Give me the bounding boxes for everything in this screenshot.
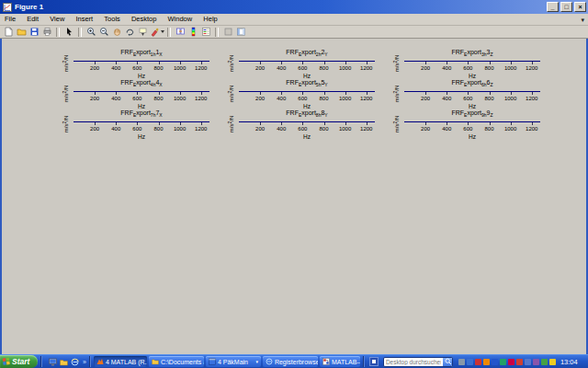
tick-mark	[532, 62, 533, 64]
tick-label: 800	[319, 65, 328, 71]
quick-launch-bar: »	[49, 358, 86, 366]
windows-flag-icon	[3, 358, 11, 366]
tray-icon[interactable]	[492, 359, 498, 365]
tick-label: 800	[153, 65, 163, 71]
task-button-simulink[interactable]: MATLAB--Simulin...	[320, 356, 360, 367]
quick-launch-internet-explorer-icon[interactable]	[71, 358, 79, 366]
tick-label: 1200	[526, 96, 537, 101]
new-figure-button[interactable]	[2, 27, 15, 38]
tick-mark	[260, 62, 261, 64]
task-button-matlab-group[interactable]: 4 MATLAB (R... ▾	[94, 356, 147, 367]
taskbar: Start » 4 MATLAB (R... ▾ C:\Documents a.…	[0, 354, 588, 368]
taskbar-separator	[363, 356, 365, 367]
subplot-title: FRFExport9h9Z	[404, 109, 540, 118]
maximize-button[interactable]: □	[560, 2, 572, 12]
tick-label: 1000	[339, 65, 351, 71]
taskbar-clock[interactable]: 13:04	[560, 358, 578, 366]
tick-mark	[345, 122, 346, 125]
tick-mark	[425, 62, 426, 64]
tick-label: 400	[111, 96, 120, 101]
edit-plot-button[interactable]	[62, 27, 75, 38]
zoom-in-button[interactable]	[85, 27, 97, 38]
quick-launch-desktop-icon[interactable]	[49, 358, 57, 366]
link-plots-icon	[175, 27, 186, 37]
tray-icon[interactable]	[500, 359, 506, 365]
tick-label: 1000	[174, 65, 186, 71]
tray-icon[interactable]	[516, 359, 523, 365]
tick-mark	[95, 92, 96, 95]
tray-icon[interactable]	[541, 359, 548, 365]
tick-mark	[532, 92, 533, 95]
tray-icon[interactable]	[483, 359, 490, 365]
quick-launch-folder-icon[interactable]	[60, 358, 68, 366]
rotate-3d-icon	[125, 27, 135, 37]
quick-launch-overflow-chevron[interactable]: »	[83, 359, 86, 365]
brush-dropdown-arrow-icon[interactable]	[161, 30, 164, 33]
rotate-3d-button[interactable]	[123, 27, 136, 38]
y-axis-label: m/s2/N	[227, 106, 234, 143]
subplot-2[interactable]: FRFExport2h2Ym/s2/N20040060080010001200H…	[222, 49, 388, 79]
window-titlebar[interactable]: Figure 1 _ □ ×	[0, 0, 588, 14]
subplot-7[interactable]: FRFExport7h7Xm/s2/N20040060080010001200H…	[57, 109, 222, 140]
tick-mark	[137, 92, 138, 95]
subplot-1[interactable]: FRFExport1h1Xm/s2/N20040060080010001200H…	[57, 49, 222, 79]
tick-mark	[180, 92, 181, 95]
dock-figure-arrow-icon[interactable]: ▾	[581, 15, 584, 26]
show-plot-tools-button[interactable]	[234, 27, 247, 38]
tick-mark	[367, 62, 368, 64]
start-button[interactable]: Start	[0, 355, 38, 368]
menu-file[interactable]: File	[0, 14, 20, 25]
tick-label: 600	[132, 126, 141, 132]
insert-colorbar-button[interactable]	[187, 27, 199, 38]
menu-help[interactable]: Help	[198, 14, 221, 25]
tray-icon[interactable]	[549, 359, 556, 365]
menu-window[interactable]: Window	[164, 14, 198, 25]
subplot-5[interactable]: FRFExport5h5Ym/s2/N20040060080010001200H…	[222, 79, 388, 109]
insert-legend-button[interactable]	[199, 27, 212, 38]
hide-plot-tools-button[interactable]	[221, 27, 234, 38]
data-cursor-button[interactable]	[136, 27, 149, 38]
task-button-registerbrowser[interactable]: Registerbrowsen...	[263, 356, 318, 367]
save-figure-button[interactable]	[28, 27, 40, 38]
menu-insert[interactable]: Insert	[71, 14, 97, 25]
hand-pan-icon	[112, 27, 122, 37]
menu-tools[interactable]: Tools	[99, 14, 125, 25]
task-button-pakmain-group[interactable]: 4 PäkMain ▾	[206, 356, 261, 367]
tick-label: 800	[484, 96, 493, 101]
tick-label: 1000	[174, 96, 186, 101]
pan-button[interactable]	[110, 27, 123, 38]
subplot-6[interactable]: FRFExport6h6Zm/s2/N20040060080010001200H…	[388, 79, 553, 109]
menu-view[interactable]: View	[45, 14, 69, 25]
subplot-8[interactable]: FRFExport8h8Ym/s2/N20040060080010001200H…	[222, 109, 388, 140]
link-plots-button[interactable]	[174, 27, 187, 38]
menu-edit[interactable]: Edit	[22, 14, 43, 25]
subplot-4[interactable]: FRFExport4h4Xm/s2/N20040060080010001200H…	[57, 79, 222, 109]
minimize-button[interactable]: _	[547, 2, 559, 12]
tray-icon[interactable]	[508, 359, 514, 365]
menu-desktop[interactable]: Desktop	[127, 14, 162, 25]
subplot-3[interactable]: FRFExport3h3Zm/s2/N20040060080010001200H…	[388, 49, 553, 79]
open-file-button[interactable]	[15, 27, 28, 38]
tick-label: 200	[255, 65, 265, 71]
tick-label: 200	[90, 126, 99, 132]
subplot-title: FRFExport7h7X	[74, 109, 209, 118]
search-button[interactable]	[443, 357, 453, 367]
tick-label: 600	[298, 126, 307, 132]
tick-mark	[324, 92, 325, 95]
desktop-search-input[interactable]	[384, 359, 443, 365]
tray-icon[interactable]	[525, 359, 531, 365]
tray-icon[interactable]	[533, 359, 539, 365]
tray-icon[interactable]	[467, 359, 473, 365]
deskbar-icon[interactable]	[369, 357, 379, 366]
tick-mark	[468, 62, 469, 64]
print-button[interactable]	[40, 27, 53, 38]
brush-button[interactable]	[149, 27, 164, 38]
zoom-out-button[interactable]	[97, 27, 110, 38]
task-label: MATLAB--Simulin...	[332, 359, 360, 365]
task-button-documents[interactable]: C:\Documents a...	[149, 356, 204, 367]
tick-label: 400	[442, 65, 451, 71]
tray-icon[interactable]	[458, 359, 465, 365]
subplot-9[interactable]: FRFExport9h9Zm/s2/N20040060080010001200H…	[388, 109, 553, 140]
close-button[interactable]: ×	[574, 2, 586, 12]
tray-icon[interactable]	[475, 359, 481, 365]
